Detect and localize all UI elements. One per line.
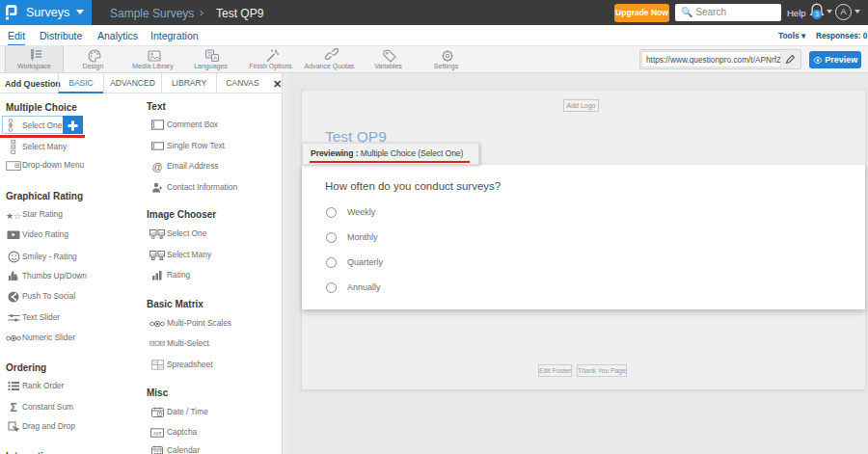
svg-text:☆: ☆ bbox=[14, 211, 21, 220]
svg-text:A: A bbox=[212, 55, 216, 61]
svg-text:★: ★ bbox=[6, 211, 14, 220]
svg-text:xyz: xyz bbox=[152, 430, 162, 436]
